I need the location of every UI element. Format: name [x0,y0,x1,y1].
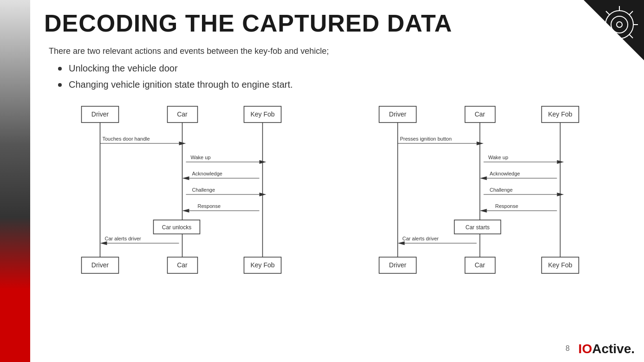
diagram1-svg: Driver Car Key Fob Touches door handle [53,102,332,278]
svg-marker-27 [182,176,189,180]
bullet-text-2: Changing vehicle ignition state through … [69,79,293,90]
svg-line-8 [629,11,633,15]
svg-text:Response: Response [495,203,519,209]
page-number: 8 [566,344,570,353]
bullet-list: Unlocking the vehicle door Changing vehi… [44,63,630,90]
svg-text:Key Fob: Key Fob [250,261,274,269]
svg-text:Car starts: Car starts [465,224,489,231]
svg-text:Driver: Driver [91,261,109,269]
diagrams-container: Driver Car Key Fob Touches door handle [53,102,630,280]
svg-text:Driver: Driver [91,110,109,118]
bullet-item-1: Unlocking the vehicle door [58,63,630,74]
left-decorative-strip [0,0,30,362]
svg-text:Acknowledge: Acknowledge [490,171,520,176]
svg-text:Response: Response [198,203,221,209]
svg-text:Car unlocks: Car unlocks [162,224,191,231]
logo-io: IO [579,342,592,356]
svg-text:Car: Car [475,261,485,269]
ioactive-logo: IOActive. [579,342,635,356]
svg-text:Car: Car [177,261,188,269]
svg-marker-73 [398,241,405,245]
svg-text:Wake up: Wake up [191,155,211,160]
corner-icon [598,4,640,47]
svg-line-9 [606,34,610,38]
bullet-dot-2 [58,83,62,87]
svg-text:Challenge: Challenge [192,187,215,193]
bullet-item-2: Changing vehicle ignition state through … [58,79,630,90]
page-title: DECODING THE CAPTURED DATA [44,9,630,37]
svg-text:Key Fob: Key Fob [250,110,274,118]
diagram-engine-start: Driver Car Key Fob Presses ignition butt… [351,102,630,280]
svg-line-10 [629,34,633,38]
svg-text:Key Fob: Key Fob [548,110,572,118]
svg-marker-38 [100,241,107,245]
bullet-dot-1 [58,67,62,71]
diagram2-svg: Driver Car Key Fob Presses ignition butt… [351,102,630,278]
svg-text:Car: Car [177,110,188,118]
logo-dot: . [631,342,635,356]
svg-point-1 [611,16,628,33]
svg-text:Car alerts driver: Car alerts driver [403,236,439,241]
svg-text:Driver: Driver [389,110,407,118]
svg-text:Presses ignition button: Presses ignition button [400,136,452,142]
svg-text:Driver: Driver [389,261,407,269]
svg-line-7 [606,11,610,15]
svg-text:Acknowledge: Acknowledge [192,171,222,176]
svg-marker-68 [480,209,487,213]
svg-marker-62 [480,176,487,180]
bullet-text-1: Unlocking the vehicle door [69,63,178,74]
svg-text:Challenge: Challenge [490,187,513,193]
description-text: There are two relevant actions and event… [44,46,630,56]
svg-text:Wake up: Wake up [488,155,508,160]
svg-text:Key Fob: Key Fob [548,261,572,269]
svg-text:Car alerts driver: Car alerts driver [105,236,142,241]
svg-text:Touches door handle: Touches door handle [103,136,150,142]
svg-text:Car: Car [475,110,485,118]
logo-active: Active [592,342,631,356]
svg-point-2 [617,22,622,27]
diagram-door-unlock: Driver Car Key Fob Touches door handle [53,102,332,280]
main-content: DECODING THE CAPTURED DATA There are two… [35,0,644,362]
svg-marker-33 [182,209,189,213]
